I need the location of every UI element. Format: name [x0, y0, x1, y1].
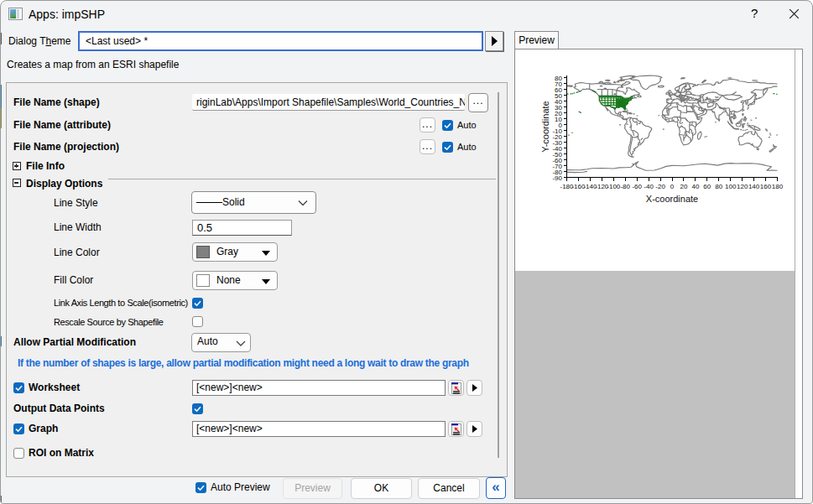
svg-text:-100: -100: [607, 183, 621, 190]
svg-text:-90: -90: [552, 174, 562, 182]
svg-text:-80: -80: [620, 183, 630, 190]
svg-text:100: 100: [725, 183, 737, 190]
svg-text:180: 180: [772, 183, 784, 190]
svg-text:-40: -40: [644, 183, 654, 190]
svg-text:140: 140: [748, 183, 760, 190]
svg-text:80: 80: [715, 183, 722, 190]
svg-text:20: 20: [680, 183, 687, 190]
svg-text:60: 60: [703, 183, 711, 190]
svg-text:-20: -20: [655, 183, 665, 190]
svg-text:Y-coordinate: Y-coordinate: [540, 101, 550, 152]
svg-text:-60: -60: [632, 183, 642, 190]
svg-text:X-coordinate: X-coordinate: [646, 194, 698, 204]
svg-text:0: 0: [670, 183, 675, 190]
svg-text:160: 160: [760, 183, 772, 190]
svg-text:120: 120: [737, 183, 748, 190]
svg-text:40: 40: [691, 183, 699, 190]
